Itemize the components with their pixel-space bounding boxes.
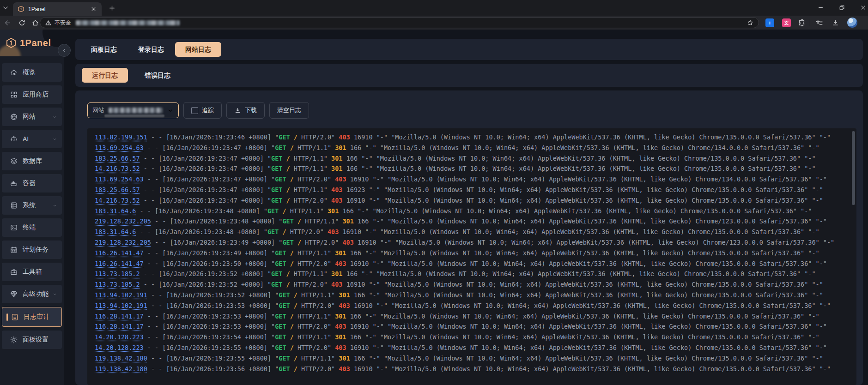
profile-avatar[interactable] [847,18,857,28]
log-path: / [286,155,290,162]
log-status-code: 403 [335,175,346,183]
console-scrollbar-thumb[interactable] [852,131,855,205]
log-path: / [290,260,294,267]
log-ip-link[interactable]: 113.73.185.2 [95,270,140,277]
log-user-agent: 166 "-" "Mozilla/5.0 (Windows NT 10.0; W… [343,155,816,162]
security-label: 不安全 [55,19,71,27]
log-user-agent: 16910 "-" "Mozilla/5.0 (Windows NT 10.0;… [343,197,823,204]
sidebar-item-overview[interactable]: 概览 [2,63,62,82]
log-ip-link[interactable]: 183.31.64.6 [95,207,136,215]
log-ip-link[interactable]: 14.216.73.52 [95,165,140,172]
log-path: / [282,228,286,235]
tab-panel-log[interactable]: 面板日志 [81,42,127,57]
sidebar-item-panel-settings[interactable]: 面板设置 [2,331,62,349]
sidebar-item-ai[interactable]: AI [2,130,62,148]
log-ip-link[interactable]: 116.28.141.17 [95,313,144,320]
sidebar-item-advanced[interactable]: 高级功能 [2,285,62,303]
log-method: GET [275,344,286,351]
sidebar-item-label: 容器 [23,179,36,187]
bookmark-star-icon[interactable] [747,19,754,26]
log-ip-link[interactable]: 219.128.232.205 [95,239,151,246]
chevron-down-icon [51,114,58,120]
sidebar-item-log-audit[interactable]: 日志审计 [2,307,62,327]
log-console[interactable]: 113.82.199.151 - - [16/Jan/2026:19:23:46… [87,128,856,385]
sidebar-item-cronjob[interactable]: 计划任务 [2,241,62,259]
sidebar-item-label: 日志审计 [24,313,49,321]
tab-website-log[interactable]: 网站日志 [175,42,221,57]
subtab-error-log[interactable]: 错误日志 [134,68,181,83]
overview-icon [10,68,18,77]
log-ip-link[interactable]: 113.69.254.63 [95,144,144,151]
sidebar-item-database[interactable]: 数据库 [2,152,62,170]
log-line: 119.138.42.180 - - [16/Jan/2026:19:23:56… [95,364,856,374]
home-nav-icon[interactable] [31,19,39,27]
log-ip-link[interactable]: 116.26.141.47 [95,260,144,267]
log-ip-link[interactable]: 119.138.42.180 [95,365,147,373]
log-path: / [282,207,286,215]
downloads-icon[interactable] [832,19,839,27]
translate-extension-icon[interactable]: 文 [782,18,791,27]
log-path: / [297,239,301,246]
new-tab-button[interactable] [108,4,116,12]
log-ip-link[interactable]: 113.94.102.191 [95,291,147,299]
chevron-down-icon [51,136,58,143]
log-method: GET [279,291,290,299]
log-user-agent: 166 "-" "Mozilla/5.0 (Windows NT 10.0; W… [346,144,819,151]
download-button[interactable]: 下载 [226,102,265,119]
log-line: 119.138.42.180 - - [16/Jan/2026:19:23:55… [95,353,856,364]
back-icon[interactable] [4,19,12,27]
sidebar-collapse-button[interactable] [58,44,71,57]
extensions-puzzle-icon[interactable] [798,19,806,27]
sidebar-item-terminal[interactable]: 终端 [2,218,62,237]
log-ip-link[interactable]: 14.20.128.223 [95,344,144,351]
log-method: GET [279,355,290,362]
log-user-agent: 166 "-" "Mozilla/5.0 (Windows NT 10.0; W… [343,165,816,172]
log-user-agent: 166 "-" "Mozilla/5.0 (Windows NT 10.0; W… [339,207,812,215]
log-ip-link[interactable]: 183.25.66.57 [95,155,140,162]
tab-close-icon[interactable] [90,6,97,12]
info-extension-icon[interactable]: i [765,18,774,27]
favorites-list-icon[interactable] [815,19,823,27]
sidebar-item-toolbox[interactable]: 工具箱 [2,263,62,281]
sidebar-item-app-store[interactable]: 应用商店 [2,85,62,104]
log-ip-link[interactable]: 183.25.66.57 [95,186,140,193]
tab-search-chevron-icon[interactable] [2,4,9,12]
sidebar-item-website[interactable]: 网站 [2,108,62,126]
sidebar-item-container[interactable]: 容器 [2,174,62,192]
log-line: 183.25.66.57 - - [16/Jan/2026:19:23:47 +… [95,185,856,195]
log-ip-link[interactable]: 119.138.42.180 [95,355,147,362]
log-ip-link[interactable]: 113.69.254.63 [95,175,144,183]
restore-button[interactable] [831,0,852,15]
log-ip-link[interactable]: 183.31.64.6 [95,228,136,235]
log-ip-link[interactable]: 14.20.128.223 [95,333,144,341]
log-ip-link[interactable]: 113.82.199.151 [95,133,147,141]
log-status-code: 403 [335,323,346,330]
log-ip-link[interactable]: 14.216.73.52 [95,197,140,204]
sidebar-item-system[interactable]: 系统 [2,196,62,215]
subtab-run-log[interactable]: 运行日志 [82,68,128,83]
log-status-code: 301 [328,207,339,215]
tab-login-log[interactable]: 登录日志 [128,42,174,57]
log-ip-link[interactable]: 113.73.185.2 [95,281,140,288]
trace-checkbox[interactable] [191,107,198,114]
log-status-code: 403 [335,344,346,351]
log-path: / [294,355,297,362]
close-window-button[interactable] [852,0,868,15]
website-select[interactable]: 网站 [87,102,179,118]
browser-tab[interactable]: 1Panel [13,2,102,16]
log-path: / [286,281,290,288]
log-ip-link[interactable]: 113.94.102.191 [95,302,147,309]
log-status-code: 403 [339,133,350,141]
trace-toggle-button[interactable]: 追踪 [183,102,222,119]
log-user-agent: 16910 "-" "Mozilla/5.0 (Windows NT 10.0;… [354,239,834,246]
download-icon [234,107,241,114]
log-ip-link[interactable]: 116.28.141.17 [95,323,144,330]
address-bar[interactable]: 不安全 [40,17,759,28]
log-ip-link[interactable]: 116.26.141.47 [95,249,144,257]
refresh-icon[interactable] [18,19,26,27]
log-ip-link[interactable]: 219.128.232.205 [95,217,151,225]
log-status-code: 301 [331,155,342,162]
log-path: / [294,365,297,373]
minimize-button[interactable] [810,0,831,15]
clear-logs-button[interactable]: 清空日志 [269,102,309,119]
